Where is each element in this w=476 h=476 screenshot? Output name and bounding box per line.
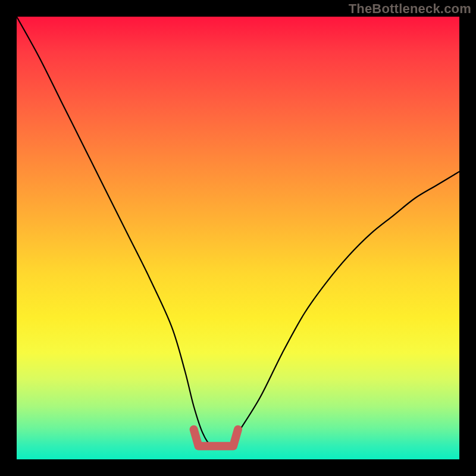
- bottleneck-curve-path: [17, 17, 459, 447]
- chart-frame: TheBottleneck.com: [0, 0, 476, 476]
- chart-svg: [17, 17, 459, 459]
- watermark-text: TheBottleneck.com: [349, 1, 471, 17]
- plot-area: [17, 17, 459, 459]
- optimal-band-path: [194, 430, 238, 446]
